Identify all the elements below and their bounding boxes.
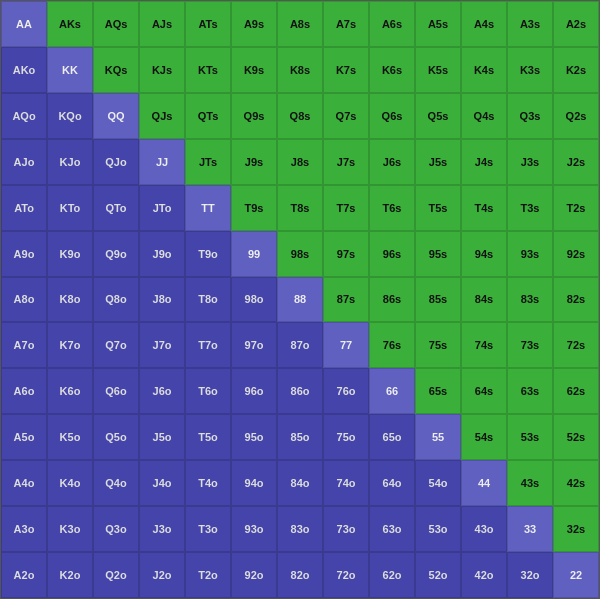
hand-cell[interactable]: 65s — [415, 368, 461, 414]
hand-cell[interactable]: QTo — [93, 185, 139, 231]
hand-cell[interactable]: A9s — [231, 1, 277, 47]
hand-cell[interactable]: T3o — [185, 506, 231, 552]
hand-cell[interactable]: 75o — [323, 414, 369, 460]
hand-cell[interactable]: K3s — [507, 47, 553, 93]
hand-cell[interactable]: 76s — [369, 322, 415, 368]
hand-cell[interactable]: 63s — [507, 368, 553, 414]
hand-cell[interactable]: J9s — [231, 139, 277, 185]
hand-cell[interactable]: 72s — [553, 322, 599, 368]
hand-cell[interactable]: K8s — [277, 47, 323, 93]
hand-cell[interactable]: 73o — [323, 506, 369, 552]
hand-cell[interactable]: QQ — [93, 93, 139, 139]
hand-cell[interactable]: T6o — [185, 368, 231, 414]
hand-cell[interactable]: K7o — [47, 322, 93, 368]
hand-cell[interactable]: T4o — [185, 460, 231, 506]
hand-cell[interactable]: 77 — [323, 322, 369, 368]
hand-cell[interactable]: A3o — [1, 506, 47, 552]
hand-cell[interactable]: J2o — [139, 552, 185, 598]
hand-cell[interactable]: 64o — [369, 460, 415, 506]
hand-cell[interactable]: A5s — [415, 1, 461, 47]
hand-cell[interactable]: 74s — [461, 322, 507, 368]
hand-cell[interactable]: T5s — [415, 185, 461, 231]
hand-cell[interactable]: J4o — [139, 460, 185, 506]
hand-cell[interactable]: JTo — [139, 185, 185, 231]
hand-cell[interactable]: 73s — [507, 322, 553, 368]
hand-cell[interactable]: J3o — [139, 506, 185, 552]
hand-cell[interactable]: KJs — [139, 47, 185, 93]
hand-cell[interactable]: 52s — [553, 414, 599, 460]
hand-cell[interactable]: Q6s — [369, 93, 415, 139]
hand-cell[interactable]: 32s — [553, 506, 599, 552]
hand-cell[interactable]: 85s — [415, 277, 461, 323]
hand-cell[interactable]: Q7o — [93, 322, 139, 368]
hand-cell[interactable]: J6o — [139, 368, 185, 414]
hand-cell[interactable]: 64s — [461, 368, 507, 414]
hand-cell[interactable]: T2o — [185, 552, 231, 598]
hand-cell[interactable]: T4s — [461, 185, 507, 231]
hand-cell[interactable]: 92o — [231, 552, 277, 598]
hand-cell[interactable]: Q5s — [415, 93, 461, 139]
hand-cell[interactable]: 84o — [277, 460, 323, 506]
hand-cell[interactable]: T2s — [553, 185, 599, 231]
hand-cell[interactable]: Q2s — [553, 93, 599, 139]
hand-cell[interactable]: 96o — [231, 368, 277, 414]
hand-cell[interactable]: KQs — [93, 47, 139, 93]
hand-cell[interactable]: J3s — [507, 139, 553, 185]
hand-cell[interactable]: 93s — [507, 231, 553, 277]
hand-cell[interactable]: KK — [47, 47, 93, 93]
hand-cell[interactable]: 98o — [231, 277, 277, 323]
hand-cell[interactable]: 93o — [231, 506, 277, 552]
hand-cell[interactable]: 65o — [369, 414, 415, 460]
hand-cell[interactable]: 52o — [415, 552, 461, 598]
hand-cell[interactable]: 54o — [415, 460, 461, 506]
hand-cell[interactable]: AJs — [139, 1, 185, 47]
hand-cell[interactable]: 92s — [553, 231, 599, 277]
hand-cell[interactable]: 44 — [461, 460, 507, 506]
hand-cell[interactable]: K4o — [47, 460, 93, 506]
hand-cell[interactable]: Q2o — [93, 552, 139, 598]
hand-cell[interactable]: J4s — [461, 139, 507, 185]
hand-cell[interactable]: Q7s — [323, 93, 369, 139]
hand-cell[interactable]: Q3o — [93, 506, 139, 552]
hand-cell[interactable]: J9o — [139, 231, 185, 277]
hand-cell[interactable]: Q8o — [93, 277, 139, 323]
hand-cell[interactable]: 42o — [461, 552, 507, 598]
hand-cell[interactable]: Q8s — [277, 93, 323, 139]
hand-cell[interactable]: 87s — [323, 277, 369, 323]
hand-cell[interactable]: QJo — [93, 139, 139, 185]
hand-cell[interactable]: 95o — [231, 414, 277, 460]
hand-cell[interactable]: J5o — [139, 414, 185, 460]
hand-cell[interactable]: 22 — [553, 552, 599, 598]
hand-cell[interactable]: QJs — [139, 93, 185, 139]
hand-cell[interactable]: 98s — [277, 231, 323, 277]
hand-cell[interactable]: AQs — [93, 1, 139, 47]
hand-cell[interactable]: KQo — [47, 93, 93, 139]
hand-cell[interactable]: A4o — [1, 460, 47, 506]
hand-cell[interactable]: 63o — [369, 506, 415, 552]
hand-cell[interactable]: TT — [185, 185, 231, 231]
hand-cell[interactable]: Q9s — [231, 93, 277, 139]
hand-cell[interactable]: A2s — [553, 1, 599, 47]
hand-cell[interactable]: A6s — [369, 1, 415, 47]
hand-cell[interactable]: 95s — [415, 231, 461, 277]
hand-cell[interactable]: KTs — [185, 47, 231, 93]
hand-cell[interactable]: 99 — [231, 231, 277, 277]
hand-cell[interactable]: 75s — [415, 322, 461, 368]
hand-cell[interactable]: KTo — [47, 185, 93, 231]
hand-cell[interactable]: 85o — [277, 414, 323, 460]
hand-cell[interactable]: 84s — [461, 277, 507, 323]
hand-cell[interactable]: K5s — [415, 47, 461, 93]
hand-cell[interactable]: K2s — [553, 47, 599, 93]
hand-cell[interactable]: A8s — [277, 1, 323, 47]
hand-cell[interactable]: 83s — [507, 277, 553, 323]
hand-cell[interactable]: K3o — [47, 506, 93, 552]
hand-cell[interactable]: 86s — [369, 277, 415, 323]
hand-cell[interactable]: 96s — [369, 231, 415, 277]
hand-cell[interactable]: Q4o — [93, 460, 139, 506]
hand-cell[interactable]: T5o — [185, 414, 231, 460]
hand-cell[interactable]: AQo — [1, 93, 47, 139]
hand-cell[interactable]: 97o — [231, 322, 277, 368]
hand-cell[interactable]: 82s — [553, 277, 599, 323]
hand-cell[interactable]: 62s — [553, 368, 599, 414]
hand-cell[interactable]: ATs — [185, 1, 231, 47]
